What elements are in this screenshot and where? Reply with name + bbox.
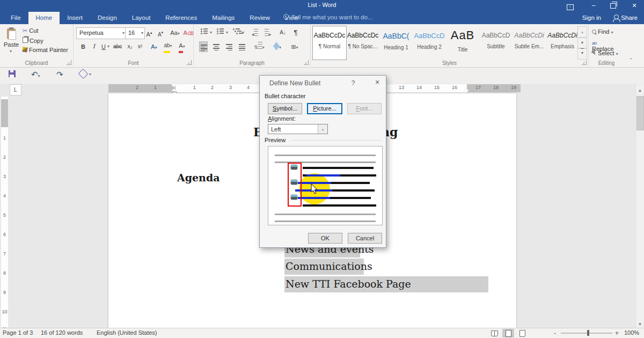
zoom-level[interactable]: 100% <box>624 329 639 336</box>
style-card[interactable]: AaBbCcDc¶ No Spac... <box>346 26 379 60</box>
shrink-font-button[interactable]: A▾ <box>155 27 166 38</box>
tell-me-box[interactable]: Tell me what you want to do... <box>283 14 373 20</box>
text-effects-button[interactable]: A▾ <box>149 41 159 52</box>
cut-button[interactable]: ✂ Cut <box>23 27 38 34</box>
tab-file[interactable]: File <box>3 12 28 24</box>
font-color-button[interactable]: A▾ <box>177 40 187 51</box>
numbering-caret[interactable]: ▾ <box>225 27 229 38</box>
sort-button[interactable]: A↓ <box>277 27 288 38</box>
tab-review[interactable]: Review <box>242 12 277 24</box>
underline-caret[interactable]: ▾ <box>106 41 111 52</box>
zoom-slider-thumb[interactable] <box>587 330 589 336</box>
list-item[interactable]: Communications <box>284 259 489 275</box>
select-button[interactable]: Select ▾ <box>592 50 618 56</box>
alignment-dropdown[interactable]: Left⌄ <box>268 124 328 134</box>
ok-button[interactable]: OK <box>308 233 342 244</box>
right-indent-marker[interactable] <box>464 88 469 91</box>
style-card[interactable]: AaBbCcDSubtitle <box>479 26 513 60</box>
style-card[interactable]: AaBbCcDHeading 2 <box>413 26 446 60</box>
tab-home[interactable]: Home <box>28 12 60 24</box>
copy-button[interactable]: Copy <box>23 37 43 44</box>
language-status[interactable]: English (United States) <box>97 329 157 336</box>
align-left-button[interactable] <box>199 41 208 52</box>
symbol-button[interactable]: Symbol... <box>268 103 302 114</box>
subscript-button[interactable]: x₂ <box>125 41 135 52</box>
vertical-scrollbar[interactable]: ▲ ▼ <box>635 84 644 328</box>
hanging-indent-marker[interactable] <box>171 89 177 91</box>
change-case-button[interactable]: Aa▾ <box>168 27 182 38</box>
page-count[interactable]: Page 1 of 3 <box>3 329 33 336</box>
dropdown-chevron-icon[interactable]: ⌄ <box>318 124 327 134</box>
web-layout-button[interactable] <box>516 329 528 337</box>
styles-more-button[interactable]: ▼ <box>577 48 587 60</box>
collapse-ribbon-button[interactable]: ⌃ <box>629 57 633 63</box>
tab-design[interactable]: Design <box>90 12 125 24</box>
show-hide-pilcrow-button[interactable]: ¶ <box>290 27 301 38</box>
paragraph-dialog-launcher[interactable] <box>304 60 309 65</box>
font-family-combo[interactable]: Perpetua▾ <box>76 27 126 39</box>
style-card[interactable]: AaBTitle <box>446 26 479 60</box>
dialog-close-button[interactable]: × <box>371 77 384 87</box>
restore-button[interactable] <box>603 0 623 12</box>
save-button[interactable] <box>9 70 16 80</box>
undo-button[interactable]: ↶▾ <box>31 70 40 80</box>
read-mode-button[interactable] <box>488 329 500 337</box>
styles-dialog-launcher[interactable] <box>582 60 587 65</box>
shading-button[interactable]: ▾ <box>272 41 283 52</box>
dialog-help-button[interactable]: ? <box>348 79 358 87</box>
styles-scroll-up[interactable]: ▲ <box>577 26 587 38</box>
picture-button[interactable]: Picture... <box>307 103 342 114</box>
find-button[interactable]: Find ▾ <box>592 28 613 35</box>
first-line-indent-marker[interactable] <box>171 84 177 87</box>
borders-button[interactable]: ⊞▾ <box>289 41 300 52</box>
italic-button[interactable]: I <box>89 41 99 52</box>
tab-insert[interactable]: Insert <box>60 12 90 24</box>
minimize-button[interactable]: – <box>584 0 603 12</box>
decrease-indent-button[interactable]: ◂ <box>250 28 260 39</box>
scroll-thumb[interactable] <box>636 96 644 130</box>
styles-scroll-down[interactable]: ▼ <box>577 37 587 49</box>
format-painter-button[interactable]: Format Painter <box>23 47 68 53</box>
cancel-button[interactable]: Cancel <box>348 233 382 244</box>
sign-in-link[interactable]: Sign in <box>582 14 601 21</box>
style-card[interactable]: AaBbC(Heading 1 <box>379 26 413 60</box>
scroll-down-button[interactable]: ▼ <box>636 320 644 328</box>
multilevel-caret[interactable]: ▾ <box>241 27 245 38</box>
style-card[interactable]: AaBbCcDc¶ Normal <box>312 26 347 60</box>
share-button[interactable]: Share <box>614 14 638 21</box>
tab-mailings[interactable]: Mailings <box>204 12 242 24</box>
list-item-text: Communications <box>284 259 489 274</box>
tab-layout[interactable]: Layout <box>125 12 158 24</box>
font-size-combo[interactable]: 16▾ <box>125 27 145 39</box>
print-layout-button[interactable] <box>502 329 514 337</box>
zoom-slider-track[interactable] <box>561 333 612 334</box>
scroll-up-button[interactable]: ▲ <box>636 86 644 94</box>
bullets-caret[interactable]: ▾ <box>209 27 213 38</box>
align-center-button[interactable] <box>212 41 221 52</box>
bold-button[interactable]: B <box>78 41 89 52</box>
strikethrough-button[interactable]: abc <box>112 41 123 52</box>
grow-font-button[interactable]: A▴ <box>144 27 155 38</box>
style-card[interactable]: AaBbCcDiSubtle Em... <box>513 26 546 60</box>
justify-button[interactable] <box>238 41 246 52</box>
highlight-color-button[interactable]: ab▾ <box>163 40 173 51</box>
zoom-in-button[interactable]: + <box>615 329 619 337</box>
redo-button[interactable]: ↷ <box>56 70 63 80</box>
align-right-button[interactable] <box>225 41 233 52</box>
ribbon-display-options-icon[interactable]: ↑ <box>560 0 580 12</box>
font-dialog-launcher[interactable] <box>187 60 192 65</box>
word-count[interactable]: 16 of 120 words <box>41 329 83 336</box>
close-button[interactable]: × <box>625 0 644 12</box>
clear-formatting-button[interactable]: A⌫ <box>183 27 194 38</box>
tab-references[interactable]: References <box>158 12 204 24</box>
style-card[interactable]: AaBbCcDiEmphasis <box>546 26 579 60</box>
superscript-button[interactable]: x² <box>135 41 145 52</box>
font-button[interactable]: Font... <box>347 103 382 114</box>
tab-selector[interactable]: L <box>10 84 21 95</box>
list-item[interactable]: New TTI Facebook Page <box>284 276 489 292</box>
line-spacing-button[interactable]: ⇅▾ <box>254 41 265 52</box>
clipboard-dialog-launcher[interactable] <box>67 60 71 65</box>
zoom-out-button[interactable]: - <box>554 329 556 337</box>
shapes-button[interactable]: ▾ <box>79 70 89 80</box>
increase-indent-button[interactable]: ▸ <box>262 28 273 39</box>
